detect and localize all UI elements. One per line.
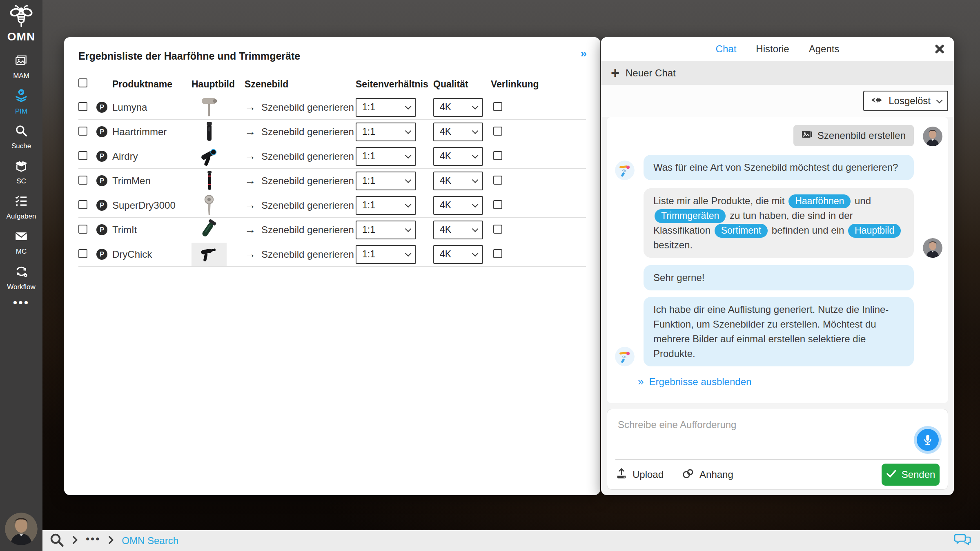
generate-scene-image-action[interactable]: → Szenebild generieren	[245, 125, 356, 138]
chevron-down-icon	[405, 152, 412, 159]
close-icon[interactable]	[932, 41, 947, 57]
product-image	[192, 96, 227, 119]
product-image	[192, 243, 227, 266]
generate-scene-image-action[interactable]: → Szenebild generieren	[245, 101, 356, 114]
product-type-badge: P	[96, 126, 107, 137]
plus-icon: +	[611, 67, 619, 79]
chevron-down-icon	[472, 250, 479, 257]
breadcrumb-more-button[interactable]: •••	[86, 537, 100, 545]
row-select-checkbox[interactable]	[78, 225, 87, 234]
link-checkbox[interactable]	[493, 249, 502, 258]
breadcrumb[interactable]: OMN Search	[122, 535, 178, 547]
arrow-right-icon: →	[245, 150, 256, 163]
sidebar-item-label: SC	[16, 177, 26, 185]
chevron-down-icon	[936, 97, 943, 103]
aspect-ratio-select[interactable]: 1:1	[356, 172, 416, 190]
aspect-ratio-select[interactable]: 1:1	[356, 123, 416, 141]
row-select-checkbox[interactable]	[78, 249, 87, 258]
tasks-icon	[14, 194, 28, 210]
generate-scene-image-action[interactable]: → Szenebild generieren	[245, 174, 356, 187]
chevron-down-icon	[405, 201, 412, 208]
chat-panel: Chat Historie Agents + Neuer Chat Losgel…	[601, 37, 954, 495]
quality-select[interactable]: 4K	[433, 147, 483, 166]
chevron-down-icon	[405, 128, 412, 134]
sidebar-item-mc[interactable]: MC	[0, 225, 42, 260]
link-checkbox[interactable]	[493, 200, 502, 209]
tab-chat[interactable]: Chat	[716, 43, 737, 55]
chevron-down-icon	[472, 128, 479, 134]
chevron-right-icon	[72, 535, 78, 547]
product-name: DryChick	[112, 249, 152, 260]
product-name: Airdry	[112, 151, 138, 162]
aspect-ratio-select[interactable]: 1:1	[356, 98, 416, 117]
assistant-avatar	[615, 347, 635, 366]
pim-icon: P	[14, 88, 29, 105]
mode-select[interactable]: Losgelöst	[863, 91, 948, 111]
tab-agents[interactable]: Agents	[809, 43, 840, 55]
table-row: P Haartrimmer → Szenebild generieren 1:1…	[78, 120, 586, 144]
quality-select[interactable]: 4K	[433, 221, 483, 239]
sidebar-item-label: Aufgaben	[7, 212, 36, 221]
sidebar-item-mam[interactable]: MAM	[0, 49, 42, 84]
quality-select[interactable]: 4K	[433, 245, 483, 264]
chevron-down-icon	[405, 103, 412, 110]
chevron-down-icon	[472, 226, 479, 232]
omn-logo[interactable]: OMN	[7, 4, 35, 43]
sidebar-item-pim[interactable]: P PIM	[0, 84, 42, 119]
generate-scene-image-action[interactable]: → Szenebild generieren	[245, 199, 356, 212]
table-row: P DryChick → Szenebild generieren 1:1 4K	[78, 242, 586, 267]
attachment-button[interactable]: Anhang	[682, 467, 733, 482]
row-select-checkbox[interactable]	[78, 176, 87, 185]
link-checkbox[interactable]	[493, 225, 502, 234]
aspect-ratio-select[interactable]: 1:1	[356, 147, 416, 166]
link-checkbox[interactable]	[493, 127, 502, 136]
chat-messages: Szenenbild erstellen Was für eine Art vo…	[607, 117, 948, 403]
prompt-input[interactable]	[607, 409, 885, 446]
chat-bubbles-icon[interactable]	[954, 533, 971, 549]
aspect-ratio-select[interactable]: 1:1	[356, 245, 416, 264]
link-checkbox[interactable]	[493, 102, 502, 111]
scene-image-chip[interactable]: Szenenbild erstellen	[793, 125, 914, 146]
row-select-checkbox[interactable]	[78, 200, 87, 209]
sidebar-item-aufgaben[interactable]: Aufgaben	[0, 190, 42, 225]
sidebar-more-button[interactable]: •••	[13, 301, 30, 305]
sidebar-item-workflow[interactable]: Workflow	[0, 260, 42, 295]
tab-historie[interactable]: Historie	[756, 43, 789, 55]
generate-scene-image-action[interactable]: → Szenebild generieren	[245, 223, 356, 236]
microphone-button[interactable]	[917, 429, 939, 451]
row-select-checkbox[interactable]	[78, 102, 87, 111]
search-icon[interactable]	[49, 532, 65, 549]
generate-scene-image-action[interactable]: → Szenebild generieren	[245, 248, 356, 261]
sidebar-item-sc[interactable]: SC	[0, 154, 42, 190]
link-icon	[682, 467, 695, 482]
generate-scene-image-action[interactable]: → Szenebild generieren	[245, 150, 356, 163]
bee-icon	[9, 4, 33, 29]
svg-text:P: P	[20, 89, 23, 94]
upload-button[interactable]: Upload	[615, 468, 664, 482]
send-button[interactable]: Senden	[882, 464, 940, 486]
sidebar-item-suche[interactable]: Suche	[0, 119, 42, 154]
new-chat-button[interactable]: + Neuer Chat	[601, 61, 954, 85]
chevron-right-icon	[108, 535, 114, 547]
quality-select[interactable]: 4K	[433, 196, 483, 215]
bot-message: Sehr gerne!	[644, 265, 914, 290]
row-select-checkbox[interactable]	[78, 127, 87, 136]
select-all-checkbox[interactable]	[78, 78, 87, 87]
link-checkbox[interactable]	[493, 151, 502, 160]
arrow-right-icon: →	[245, 223, 256, 236]
upload-icon	[615, 468, 628, 482]
composer-actions: Upload Anhang Senden	[615, 459, 940, 489]
product-type-badge: P	[96, 249, 107, 260]
quality-select[interactable]: 4K	[433, 172, 483, 190]
row-select-checkbox[interactable]	[78, 151, 87, 160]
check-icon	[886, 469, 897, 480]
product-name: TrimMen	[112, 175, 151, 187]
quality-select[interactable]: 4K	[433, 123, 483, 141]
hide-results-link[interactable]: » Ergebnisse ausblenden	[638, 375, 942, 388]
link-checkbox[interactable]	[493, 176, 502, 185]
quality-select[interactable]: 4K	[433, 98, 483, 117]
aspect-ratio-select[interactable]: 1:1	[356, 221, 416, 239]
user-avatar[interactable]	[5, 513, 38, 545]
collapse-results-icon[interactable]: »	[580, 47, 587, 60]
aspect-ratio-select[interactable]: 1:1	[356, 196, 416, 215]
